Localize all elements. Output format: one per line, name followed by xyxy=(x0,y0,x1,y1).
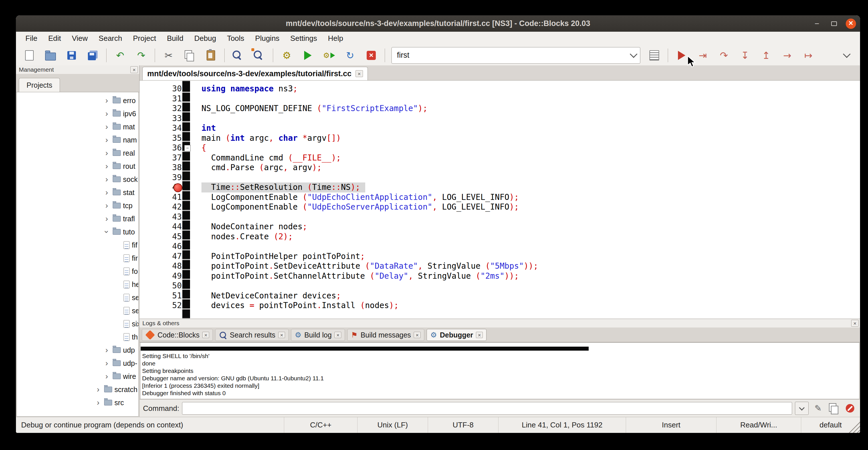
code-line-40[interactable]: 40 Time::SetResolution (Time::NS); xyxy=(140,182,860,192)
stop-debugger-button[interactable] xyxy=(843,402,857,415)
tab-close-icon[interactable] xyxy=(334,332,341,338)
line-number[interactable]: 48 xyxy=(140,261,189,271)
log-tab-code-blocks[interactable]: Code::Blocks xyxy=(142,329,213,341)
tree-item-real[interactable]: ›real xyxy=(17,147,138,160)
copy-button[interactable] xyxy=(182,47,198,64)
tree-item-src[interactable]: ›src xyxy=(17,396,138,409)
line-number[interactable]: 38 xyxy=(140,163,189,173)
code-line-44[interactable]: 44 NodeContainer nodes; xyxy=(140,222,860,232)
line-number[interactable]: 30 xyxy=(140,84,189,94)
line-number[interactable]: 49 xyxy=(140,271,189,281)
code-line-37[interactable]: 37 CommandLine cmd (__FILE__); xyxy=(140,153,860,163)
tree-item-tuto[interactable]: ›tuto xyxy=(17,225,138,238)
code-line-41[interactable]: 41 LogComponentEnable ("UdpEchoClientApp… xyxy=(140,192,860,203)
rebuild-button[interactable]: ↻ xyxy=(342,47,359,64)
menu-tools[interactable]: Tools xyxy=(221,32,250,45)
code-line-46[interactable]: 46 xyxy=(140,242,860,251)
line-number[interactable]: 43 xyxy=(140,212,189,222)
log-line[interactable]: Debugger finished with status 0 xyxy=(142,389,856,397)
editor-tab-close-icon[interactable] xyxy=(355,70,363,77)
minimize-button[interactable] xyxy=(811,18,823,29)
tab-close-icon[interactable] xyxy=(414,332,421,338)
chevron-right-icon[interactable]: › xyxy=(103,96,111,104)
chevron-right-icon[interactable]: › xyxy=(103,136,111,144)
code-line-42[interactable]: 42 LogComponentEnable ("UdpEchoServerApp… xyxy=(140,202,860,212)
open-file-button[interactable] xyxy=(42,47,59,64)
menu-plugins[interactable]: Plugins xyxy=(250,32,285,45)
tree-item-six[interactable]: six xyxy=(17,317,138,330)
code-line-47[interactable]: 47 PointToPointHelper pointToPoint; xyxy=(140,251,860,262)
chevron-right-icon[interactable]: › xyxy=(94,386,102,393)
tree-item-mat[interactable]: ›mat xyxy=(17,120,138,133)
tree-item-fo[interactable]: fo xyxy=(17,265,138,278)
menu-help[interactable]: Help xyxy=(322,32,348,45)
code-line-32[interactable]: 32NS_LOG_COMPONENT_DEFINE ("FirstScriptE… xyxy=(140,103,860,114)
code-line-43[interactable]: 43 xyxy=(140,212,860,222)
menu-edit[interactable]: Edit xyxy=(43,32,66,45)
tree-item-udp[interactable]: ›udp- xyxy=(17,357,138,370)
build-and-run-button[interactable]: ⚙ xyxy=(321,47,337,64)
chevron-right-icon[interactable]: › xyxy=(103,346,111,354)
code-line-39[interactable]: 39 xyxy=(140,173,860,183)
next-instruction-button[interactable]: → xyxy=(779,47,796,64)
chevron-right-icon[interactable]: › xyxy=(103,149,111,157)
line-number[interactable]: 52 xyxy=(140,301,189,311)
find-button[interactable] xyxy=(230,47,247,64)
step-out-button[interactable]: ↥ xyxy=(758,47,774,64)
tree-item-fif[interactable]: fif xyxy=(17,238,138,251)
line-number[interactable]: 32 xyxy=(140,103,189,114)
line-number[interactable]: 45 xyxy=(140,232,189,242)
run-button[interactable] xyxy=(300,47,316,64)
chevron-down-icon[interactable]: › xyxy=(103,228,111,236)
tree-item-he[interactable]: he xyxy=(17,278,138,291)
log-tab-build-log[interactable]: ⚙Build log xyxy=(291,329,345,341)
menu-file[interactable]: File xyxy=(20,32,43,45)
step-into-instruction-button[interactable]: ↦ xyxy=(800,47,817,64)
menu-view[interactable]: View xyxy=(66,32,93,45)
line-number[interactable]: 35 xyxy=(140,133,189,143)
management-close-icon[interactable] xyxy=(130,66,138,73)
chevron-right-icon[interactable]: › xyxy=(103,175,111,183)
chevron-right-icon[interactable]: › xyxy=(103,215,111,223)
chevron-right-icon[interactable]: › xyxy=(94,399,102,407)
chevron-right-icon[interactable]: › xyxy=(103,202,111,210)
tree-item-trafl[interactable]: ›trafl xyxy=(17,212,138,225)
line-number[interactable]: 34 xyxy=(140,123,189,133)
breakpoint-marker[interactable] xyxy=(174,183,182,192)
code-line-45[interactable]: 45 nodes.Create (2); xyxy=(140,232,860,242)
close-button[interactable] xyxy=(846,19,856,29)
code-line-50[interactable]: 50 xyxy=(140,281,860,291)
line-number[interactable]: 51 xyxy=(140,291,189,301)
tree-item-wire[interactable]: ›wire xyxy=(17,370,138,383)
toolbar-overflow-button[interactable] xyxy=(838,47,855,64)
copy-log-button[interactable] xyxy=(828,402,841,415)
tree-item-stat[interactable]: ›stat xyxy=(17,186,138,199)
new-file-button[interactable] xyxy=(21,47,38,64)
line-number[interactable]: 33 xyxy=(140,114,189,124)
code-line-31[interactable]: 31 xyxy=(140,94,860,104)
combo-dropdown-button[interactable] xyxy=(627,54,640,57)
redo-button[interactable]: ↷ xyxy=(133,47,150,64)
chevron-right-icon[interactable]: › xyxy=(103,372,111,380)
tree-item-udp[interactable]: ›udp xyxy=(17,343,138,357)
log-line[interactable]: Debugger name and version: GNU gdb (Ubun… xyxy=(142,374,856,382)
code-line-30[interactable]: 30using namespace ns3; xyxy=(140,84,860,94)
incremental-search-options-button[interactable] xyxy=(646,47,662,64)
code-line-51[interactable]: 51 NetDeviceContainer devices; xyxy=(140,291,860,301)
menu-debug[interactable]: Debug xyxy=(189,32,222,45)
menu-project[interactable]: Project xyxy=(128,32,161,45)
step-into-button[interactable]: ↧ xyxy=(737,47,753,64)
log-tab-search-results[interactable]: Search results xyxy=(215,329,289,341)
line-number[interactable]: 50 xyxy=(140,281,189,291)
tree-item-sock[interactable]: ›sock xyxy=(17,173,138,186)
menu-search[interactable]: Search xyxy=(93,32,128,45)
tree-item-th[interactable]: th xyxy=(17,330,138,343)
line-number[interactable]: 31 xyxy=(140,94,189,104)
abort-button[interactable] xyxy=(363,47,379,64)
log-line[interactable]: Setting breakpoints xyxy=(142,367,856,374)
log-tab-build-messages[interactable]: ⚑Build messages xyxy=(347,329,424,341)
tab-close-icon[interactable] xyxy=(202,332,209,338)
code-area[interactable]: 30using namespace ns3;3132NS_LOG_COMPONE… xyxy=(140,81,860,319)
chevron-right-icon[interactable]: › xyxy=(103,188,111,197)
line-number[interactable]: 39 xyxy=(140,173,189,183)
